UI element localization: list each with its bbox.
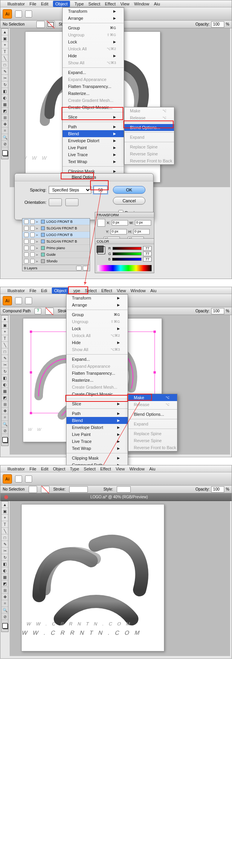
menu-item[interactable]: Flatten Transparency... — [67, 370, 128, 377]
fill-swatch[interactable] — [29, 486, 37, 493]
tool-button[interactable]: ⌗ — [2, 600, 8, 607]
tool-button[interactable]: ╲ — [2, 55, 8, 62]
tool-button[interactable]: ✥ — [2, 121, 8, 127]
visibility-toggle-icon[interactable] — [24, 226, 29, 231]
document-tab[interactable]: LOGO.ai* @ 40% (RGB/Preview) — [0, 493, 232, 501]
menu-item[interactable]: Path▶ — [67, 410, 128, 417]
close-icon[interactable] — [4, 495, 8, 499]
orientation-align-page-button[interactable] — [49, 198, 62, 206]
visibility-toggle-icon[interactable] — [24, 232, 29, 237]
lock-toggle-icon[interactable] — [30, 239, 35, 244]
lock-toggle-icon[interactable] — [30, 259, 35, 264]
tool-button[interactable]: T — [2, 335, 8, 342]
menu-view[interactable]: View — [116, 467, 125, 471]
spacing-mode-select[interactable]: Specified Steps — [49, 186, 91, 194]
menu-edit[interactable]: Edi — [41, 288, 47, 293]
stroke-swatch[interactable] — [41, 486, 49, 493]
menu-help[interactable]: Aiu — [154, 2, 160, 6]
tool-button[interactable]: ◩ — [2, 108, 8, 114]
layout-icon[interactable] — [25, 475, 32, 482]
tool-button[interactable]: ◐ — [2, 567, 8, 574]
menu-object[interactable]: Object — [53, 1, 70, 7]
menu-file[interactable]: File — [29, 2, 36, 6]
menu-item[interactable]: Create Object Mosaic... — [67, 391, 128, 398]
help-icon[interactable]: ? — [34, 308, 41, 314]
tool-button[interactable]: ◧ — [2, 88, 8, 95]
tool-button[interactable]: ▲ — [2, 29, 8, 35]
tool-button[interactable]: ↻ — [2, 554, 8, 561]
disclosure-icon[interactable]: ▸ — [36, 233, 39, 237]
tool-button[interactable]: ✥ — [2, 594, 8, 600]
ok-button[interactable]: OK — [113, 186, 145, 194]
menu-object[interactable]: Object — [52, 288, 69, 294]
visibility-toggle-icon[interactable] — [24, 239, 29, 244]
menu-item[interactable]: Arrange▶ — [63, 15, 124, 22]
lock-toggle-icon[interactable] — [30, 246, 35, 250]
menu-view[interactable]: View — [117, 288, 126, 293]
tool-button[interactable]: ⌗ — [2, 414, 8, 421]
y-input[interactable]: 0 px — [111, 229, 127, 234]
menu-item[interactable]: Lock▶ — [63, 38, 124, 45]
menu-edit[interactable]: Edit — [41, 2, 48, 6]
tool-button[interactable]: ⌖ — [2, 515, 8, 521]
tool-button[interactable]: T — [2, 48, 8, 55]
disclosure-icon[interactable]: ▸ — [36, 259, 39, 263]
b-slider[interactable] — [112, 258, 142, 261]
menu-item[interactable]: Lock▶ — [67, 325, 128, 332]
menu-file[interactable]: File — [29, 467, 36, 471]
menu-type[interactable]: Type — [70, 467, 79, 471]
b-value[interactable]: 77 — [143, 257, 152, 262]
disclosure-icon[interactable]: ▸ — [36, 253, 39, 257]
fill-stroke-swatch[interactable] — [2, 437, 8, 443]
tool-button[interactable]: □ — [2, 62, 8, 68]
menu-effect[interactable]: Effect — [101, 288, 112, 293]
stroke-swatch[interactable] — [46, 21, 55, 28]
menu-item[interactable]: Live Trace▶ — [63, 151, 124, 158]
layer-row[interactable]: ▸Guide — [22, 251, 90, 258]
tool-button[interactable]: □ — [2, 348, 8, 355]
submenu-item[interactable]: Make⌥ — [128, 394, 177, 401]
tool-button[interactable]: 🔍 — [2, 134, 8, 141]
tool-button[interactable]: ↻ — [2, 81, 8, 88]
visibility-toggle-icon[interactable] — [24, 219, 29, 224]
menu-item[interactable]: Path▶ — [63, 123, 124, 130]
tool-button[interactable]: 🔍 — [2, 607, 8, 613]
menu-item[interactable]: Blend▶ — [63, 130, 124, 137]
menu-item[interactable]: Envelope Distort▶ — [63, 137, 124, 144]
fill-swatch[interactable] — [36, 21, 45, 28]
opacity-input[interactable]: 100 — [211, 21, 224, 28]
menu-window[interactable]: Window — [134, 2, 149, 6]
tool-button[interactable]: ◩ — [2, 394, 8, 401]
menu-effect[interactable]: Effect — [105, 2, 116, 6]
tool-button[interactable]: ✂ — [2, 75, 8, 81]
tool-button[interactable]: ⊞ — [2, 401, 8, 408]
menu-object[interactable]: Object — [53, 467, 65, 471]
layer-row[interactable]: ▸Sfondo — [22, 258, 90, 265]
g-slider[interactable] — [113, 252, 142, 255]
menu-effect[interactable]: Effect — [100, 467, 111, 471]
tool-button[interactable]: ▣ — [2, 35, 8, 42]
menu-item[interactable]: Group⌘G — [67, 311, 128, 318]
menu-item[interactable]: Envelope Distort▶ — [67, 424, 128, 431]
lock-toggle-icon[interactable] — [30, 232, 35, 237]
layout-icon[interactable] — [25, 297, 32, 304]
opacity-input[interactable]: 100 — [211, 486, 224, 493]
reference-point-icon[interactable] — [97, 219, 105, 227]
tool-button[interactable]: ▲ — [2, 315, 8, 322]
tool-button[interactable]: ◧ — [2, 375, 8, 381]
tool-button[interactable]: ▦ — [2, 101, 8, 108]
menu-edit[interactable]: Edit — [41, 467, 48, 471]
disclosure-icon[interactable]: ▸ — [36, 239, 39, 243]
tool-button[interactable]: ✥ — [2, 408, 8, 414]
tool-button[interactable]: ▣ — [2, 322, 8, 329]
stroke-swatch[interactable] — [45, 308, 54, 315]
menu-item[interactable]: Live Paint▶ — [67, 431, 128, 438]
menu-item[interactable]: Live Paint▶ — [63, 144, 124, 151]
layer-row[interactable]: ▸SLOGAN FRONT B — [22, 225, 90, 232]
tool-button[interactable]: ▦ — [2, 388, 8, 394]
tool-button[interactable]: ↻ — [2, 368, 8, 375]
tool-button[interactable]: ✎ — [2, 355, 8, 362]
tool-button[interactable]: ▲ — [2, 501, 8, 508]
menu-view[interactable]: View — [120, 2, 130, 6]
tool-button[interactable]: ◩ — [2, 580, 8, 587]
